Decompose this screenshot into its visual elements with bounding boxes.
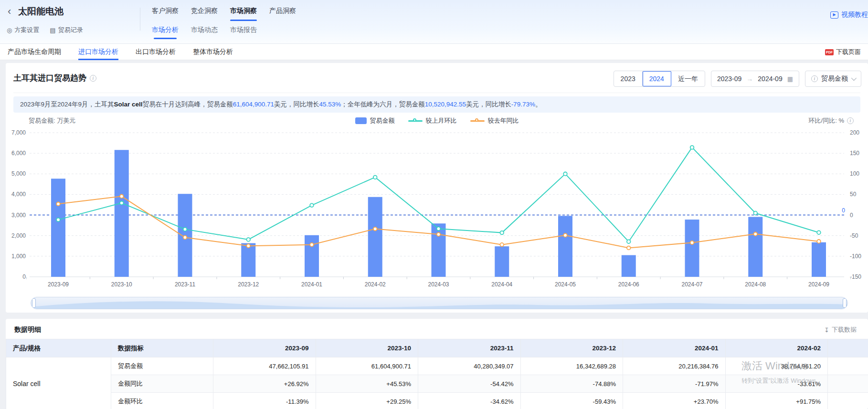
- right-axis-unit-label: 环比/同比: % i: [809, 116, 854, 125]
- page: ‹ 太阳能电池 ◎方案设置 ▤贸易记录 客户洞察 竞企洞察 市场洞察 产品洞察 …: [0, 0, 868, 409]
- svg-text:2024-01: 2024-01: [301, 281, 322, 288]
- tab-customer-insight[interactable]: 客户洞察: [152, 7, 179, 19]
- nav-overall-analysis[interactable]: 整体市场分析: [193, 44, 233, 60]
- trend-chart[interactable]: 0-1501,000-1002,000-503,00004,000505,000…: [6, 128, 868, 295]
- svg-text:-100: -100: [850, 253, 861, 260]
- pdf-icon: PDF: [825, 49, 834, 55]
- info-icon[interactable]: i: [847, 117, 854, 124]
- summary-text: 2023年9月至2024年9月，土耳其: [20, 101, 114, 108]
- col-month-header: 2023-10: [316, 339, 418, 357]
- last-year-button[interactable]: 近一年: [671, 71, 705, 86]
- calendar-icon: ▦: [787, 75, 793, 83]
- svg-text:-50: -50: [850, 232, 858, 239]
- value-cell: 16,342,689.28: [520, 357, 623, 375]
- svg-text:0: 0: [22, 273, 26, 280]
- bar-legend-icon: [355, 117, 367, 124]
- nav-import-analysis[interactable]: 进口市场分析: [78, 44, 118, 60]
- info-icon[interactable]: i: [90, 75, 96, 82]
- line-legend-icon: [470, 118, 485, 123]
- table-row: 金额同比+26.92%+45.53%-54.42%-74.88%-71.97%-…: [6, 375, 868, 393]
- product-cell: Solar cell: [6, 357, 111, 409]
- date-range-picker[interactable]: 2023-09 → 2024-09 ▦: [711, 71, 799, 87]
- summary-text: 美元，同比增长: [466, 101, 511, 108]
- trade-records-button[interactable]: ▤贸易记录: [50, 26, 83, 34]
- insight-tabs: 客户洞察 竞企洞察 市场洞察 产品洞察: [152, 7, 296, 19]
- svg-text:100: 100: [850, 170, 859, 177]
- datazoom-slider[interactable]: [31, 297, 848, 309]
- tab-competitor-insight[interactable]: 竞企洞察: [191, 7, 218, 19]
- table-row: Solar cell贸易金额47,662,105.9161,604,900.71…: [6, 357, 868, 375]
- download-page-button[interactable]: PDF 下载页面: [825, 48, 861, 56]
- market-subtabs: 市场分析 市场动态 市场报告: [152, 26, 257, 39]
- back-icon[interactable]: ‹: [8, 6, 11, 17]
- chart-title: 土耳其进口贸易趋势 i: [13, 73, 96, 84]
- legend-mom[interactable]: 较上月环比: [408, 116, 457, 125]
- year-segmented-control: 2023 2024 近一年: [614, 71, 705, 87]
- data-detail-title: 数据明细: [14, 325, 41, 334]
- svg-text:2024-03: 2024-03: [428, 281, 449, 288]
- metric-dropdown[interactable]: i 贸易金额: [805, 71, 861, 87]
- year-2024-button[interactable]: 2024: [643, 71, 671, 86]
- date-end: 2024-09: [758, 75, 782, 83]
- subtab-market-report[interactable]: 市场报告: [230, 26, 257, 39]
- tab-product-insight[interactable]: 产品洞察: [269, 7, 296, 19]
- col-month-header: 2023-09: [213, 339, 316, 357]
- svg-text:7,000: 7,000: [11, 129, 26, 136]
- chart-controls: 2023 2024 近一年 2023-09 → 2024-09 ▦ i 贸易金额: [614, 71, 861, 87]
- value-cell: -54.42%: [418, 375, 521, 393]
- value-cell: -59.43%: [520, 393, 623, 409]
- document-icon: ▤: [50, 27, 55, 34]
- summary-text: 45.53%: [319, 101, 341, 108]
- download-data-button[interactable]: ↧ 下载数据: [824, 325, 857, 334]
- value-cell: -33.61%: [725, 375, 828, 393]
- info-icon: i: [811, 75, 818, 82]
- tab-market-insight[interactable]: 市场洞察: [230, 7, 257, 19]
- subtab-market-analysis[interactable]: 市场分析: [152, 26, 179, 39]
- clipped-cell: [828, 393, 868, 409]
- line-legend-icon: [408, 118, 423, 123]
- value-cell: +26.92%: [213, 375, 316, 393]
- value-cell: 61,604,900.71: [316, 357, 418, 375]
- svg-text:0: 0: [850, 212, 853, 219]
- video-tutorial-link[interactable]: ▶ 视频教程: [830, 10, 868, 19]
- svg-text:2023-10: 2023-10: [111, 281, 132, 288]
- summary-text: 10,520,942.55: [425, 101, 466, 108]
- col-month-header: 2024-02: [725, 339, 828, 357]
- nav-export-analysis[interactable]: 出口市场分析: [136, 44, 176, 60]
- value-cell: +45.53%: [316, 375, 418, 393]
- value-cell: 47,662,105.91: [213, 357, 316, 375]
- col-month-header: 2023-11: [418, 339, 521, 357]
- svg-text:2,000: 2,000: [11, 232, 26, 239]
- date-start: 2023-09: [717, 75, 741, 83]
- summary-text: 。: [535, 101, 542, 108]
- legend-trade-amount[interactable]: 贸易金额: [355, 116, 395, 125]
- value-cell: -74.88%: [520, 375, 623, 393]
- plan-settings-button[interactable]: ◎方案设置: [7, 26, 39, 34]
- col-clipped: [828, 339, 868, 357]
- divider: [13, 93, 860, 93]
- indicator-cell: 贸易金额: [111, 357, 213, 375]
- svg-text:4,000: 4,000: [11, 191, 26, 198]
- col-product-header: 产品/规格: [6, 339, 111, 357]
- svg-text:2023-11: 2023-11: [175, 281, 195, 288]
- datazoom-preview: [31, 297, 848, 309]
- nav-product-lifecycle[interactable]: 产品市场生命周期: [8, 44, 61, 60]
- value-cell: -11.39%: [213, 393, 316, 409]
- year-2023-button[interactable]: 2023: [614, 71, 643, 86]
- summary-text: 61,604,900.71: [233, 101, 274, 108]
- datazoom-left-handle[interactable]: [32, 298, 36, 308]
- legend-yoy[interactable]: 较去年同比: [470, 116, 519, 125]
- svg-text:6,000: 6,000: [11, 150, 26, 157]
- svg-text:2024-02: 2024-02: [365, 281, 386, 288]
- summary-text: 贸易在十月达到高峰，贸易金额: [143, 101, 233, 108]
- svg-text:2023-09: 2023-09: [48, 281, 69, 288]
- clipped-cell: [828, 375, 868, 393]
- svg-text:200: 200: [850, 129, 859, 136]
- subtab-market-dynamics[interactable]: 市场动态: [191, 26, 218, 39]
- summary-text: ；全年低峰为六月，贸易金额: [341, 101, 425, 108]
- svg-text:5,000: 5,000: [11, 170, 26, 177]
- svg-text:0: 0: [842, 207, 845, 214]
- value-cell: -34.62%: [418, 393, 521, 409]
- datazoom-right-handle[interactable]: [843, 298, 847, 308]
- svg-text:3,000: 3,000: [11, 212, 26, 219]
